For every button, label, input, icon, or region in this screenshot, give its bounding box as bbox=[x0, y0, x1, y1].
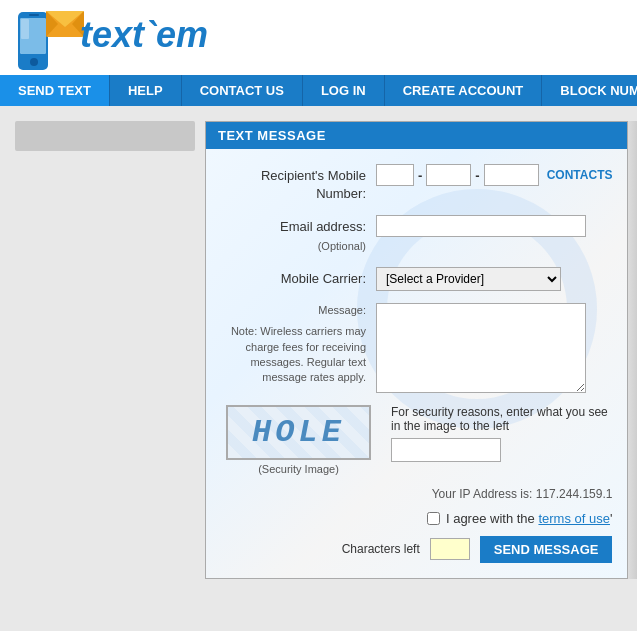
nav-contact-us[interactable]: CONTACT US bbox=[182, 75, 303, 106]
carrier-label: Mobile Carrier: bbox=[221, 267, 376, 288]
carrier-row: Mobile Carrier: [Select a Provider] bbox=[221, 267, 612, 291]
terms-label: I agree with the terms of use' bbox=[446, 511, 613, 526]
email-input[interactable] bbox=[376, 215, 586, 237]
terms-checkbox[interactable] bbox=[427, 512, 440, 525]
ip-text: Your IP Address is: 117.244.159.1 bbox=[432, 487, 613, 501]
ip-row: Your IP Address is: 117.244.159.1 bbox=[221, 487, 612, 501]
captcha-input[interactable] bbox=[391, 438, 501, 462]
message-label: Message: bbox=[221, 303, 366, 318]
header: text`em bbox=[0, 0, 637, 75]
recipient-controls: - - CONTACTS bbox=[376, 164, 612, 186]
carrier-select[interactable]: [Select a Provider] bbox=[376, 267, 561, 291]
logo: text`em bbox=[10, 10, 226, 75]
message-label-area: Message: Note: Wireless carriers may cha… bbox=[221, 303, 376, 386]
chars-left-label: Characters left bbox=[342, 542, 420, 556]
nav-help[interactable]: HELP bbox=[110, 75, 182, 106]
contacts-link[interactable]: CONTACTS bbox=[547, 168, 613, 182]
email-label: Email address: (Optional) bbox=[221, 215, 376, 254]
nav-create-account[interactable]: CREATE ACCOUNT bbox=[385, 75, 543, 106]
bottom-row: Characters left 155 SEND MESSAGE bbox=[221, 536, 612, 563]
logo-text: text`em bbox=[80, 14, 208, 56]
recipient-row: Recipient's Mobile Number: - - CONTACTS bbox=[221, 164, 612, 203]
captcha-desc: For security reasons, enter what you see… bbox=[391, 405, 612, 433]
form-panel: TEXT MESSAGE Recipient's Mobile Number: … bbox=[205, 121, 628, 579]
main-content: TEXT MESSAGE Recipient's Mobile Number: … bbox=[0, 106, 637, 594]
captcha-image: HOLE bbox=[226, 405, 371, 460]
nav-block-number[interactable]: BLOCK NUMBER bbox=[542, 75, 637, 106]
email-controls bbox=[376, 215, 612, 237]
svg-rect-4 bbox=[29, 14, 39, 16]
message-row: Message: Note: Wireless carriers may cha… bbox=[221, 303, 612, 393]
captcha-right: For security reasons, enter what you see… bbox=[391, 405, 612, 462]
terms-link[interactable]: terms of use bbox=[538, 511, 610, 526]
phone-sep-1: - bbox=[418, 168, 422, 183]
phone-sep-2: - bbox=[475, 168, 479, 183]
captcha-row: HOLE (Security Image) For security reaso… bbox=[221, 405, 612, 475]
form-body: Recipient's Mobile Number: - - CONTACTS … bbox=[206, 149, 627, 578]
captcha-sublabel: (Security Image) bbox=[258, 463, 339, 475]
phone-prefix-input[interactable] bbox=[426, 164, 471, 186]
send-message-button[interactable]: SEND MESSAGE bbox=[480, 536, 613, 563]
message-textarea[interactable] bbox=[376, 303, 586, 393]
nav-bar: SEND TEXT HELP CONTACT US LOG IN CREATE … bbox=[0, 75, 637, 106]
phone-area-input[interactable] bbox=[376, 164, 414, 186]
svg-rect-5 bbox=[21, 19, 29, 39]
nav-send-text[interactable]: SEND TEXT bbox=[0, 75, 110, 106]
chars-left-value: 155 bbox=[430, 538, 470, 560]
phone-line-input[interactable] bbox=[484, 164, 539, 186]
carrier-controls: [Select a Provider] bbox=[376, 267, 612, 291]
svg-point-3 bbox=[30, 58, 38, 66]
message-controls bbox=[376, 303, 612, 393]
message-note: Note: Wireless carriers may charge fees … bbox=[221, 324, 366, 386]
captcha-left: HOLE (Security Image) bbox=[221, 405, 376, 475]
terms-row: I agree with the terms of use' bbox=[221, 511, 612, 526]
sidebar bbox=[15, 121, 195, 579]
recipient-label: Recipient's Mobile Number: bbox=[221, 164, 376, 203]
form-panel-title: TEXT MESSAGE bbox=[206, 122, 627, 149]
right-strip bbox=[628, 121, 637, 579]
nav-log-in[interactable]: LOG IN bbox=[303, 75, 385, 106]
sidebar-item-1 bbox=[15, 121, 195, 151]
email-row: Email address: (Optional) bbox=[221, 215, 612, 254]
